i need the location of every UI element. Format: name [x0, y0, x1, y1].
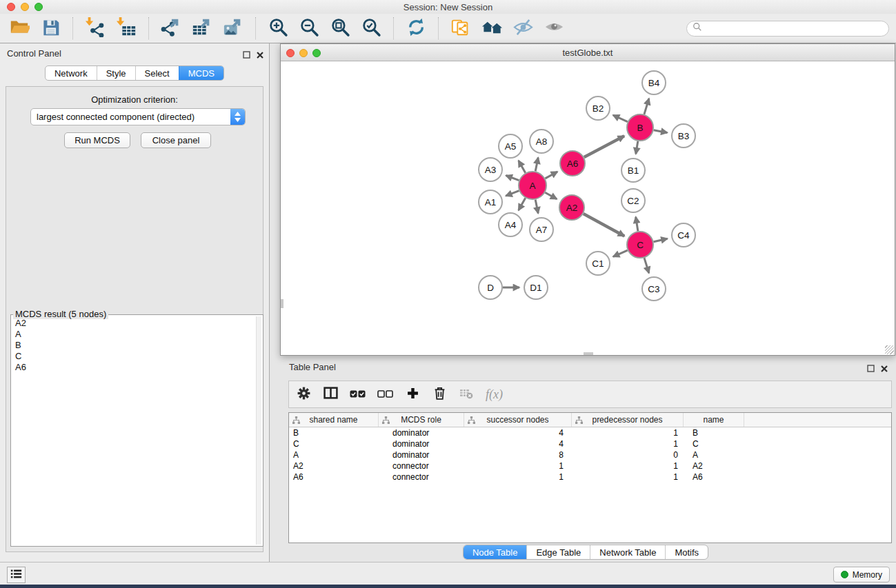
edge-A-A3[interactable]: [506, 176, 519, 181]
zoom-fit-button[interactable]: [328, 16, 352, 41]
tab-motifs[interactable]: Motifs: [665, 545, 708, 559]
cell[interactable]: connector: [379, 460, 464, 472]
mcds-result-list[interactable]: A2ABCA6: [12, 318, 255, 545]
show-column-button[interactable]: [323, 386, 338, 403]
table-row-A[interactable]: Adominator80A: [289, 449, 891, 460]
edge-A-A4[interactable]: [519, 198, 526, 210]
column-header-successor-nodes[interactable]: successor nodes: [464, 413, 572, 427]
edge-B-B1[interactable]: [636, 141, 638, 154]
edge-B-B4[interactable]: [644, 99, 649, 114]
float-panel-icon[interactable]: [243, 49, 250, 61]
zoom-selected-button[interactable]: [359, 16, 384, 41]
edge-C-C3[interactable]: [644, 258, 649, 273]
import-table-button[interactable]: [114, 16, 139, 41]
tab-network[interactable]: Network: [46, 66, 97, 80]
edge-A6-B[interactable]: [584, 136, 624, 157]
task-history-button[interactable]: [7, 567, 26, 583]
deselect-all-button[interactable]: [377, 386, 393, 403]
tab-network-table[interactable]: Network Table: [590, 545, 665, 559]
cell[interactable]: 1: [464, 472, 572, 483]
memory-button[interactable]: Memory: [833, 567, 890, 582]
column-header-predecessor-nodes[interactable]: predecessor nodes: [572, 413, 684, 427]
new-network-from-selection-button[interactable]: [448, 16, 473, 41]
cell[interactable]: B: [684, 427, 744, 438]
close-panel-icon[interactable]: [881, 363, 888, 375]
close-panel-button[interactable]: Close panel: [141, 132, 211, 148]
cell[interactable]: 1: [464, 460, 572, 472]
cell[interactable]: 1: [572, 472, 684, 483]
cell[interactable]: 8: [464, 449, 572, 460]
edge-C-C4[interactable]: [654, 239, 668, 242]
delete-row-button[interactable]: [432, 386, 447, 403]
save-session-button[interactable]: [38, 16, 63, 41]
cell[interactable]: 4: [464, 427, 572, 438]
cell[interactable]: dominator: [379, 427, 464, 438]
import-network-button[interactable]: [83, 16, 108, 41]
apply-layout-button[interactable]: [404, 16, 428, 41]
tab-mcds[interactable]: MCDS: [179, 66, 223, 80]
close-panel-icon[interactable]: [257, 49, 263, 61]
open-session-button[interactable]: [7, 16, 32, 41]
hide-selected-button[interactable]: [510, 16, 535, 41]
edge-B-B2[interactable]: [613, 115, 628, 122]
edge-A-A6[interactable]: [545, 172, 557, 179]
result-item[interactable]: C: [12, 351, 255, 362]
result-item[interactable]: A2: [12, 318, 255, 329]
cell[interactable]: 1: [572, 427, 684, 438]
table-settings-button[interactable]: [296, 386, 311, 403]
cell[interactable]: 1: [572, 438, 684, 449]
delete-table-button[interactable]: [459, 386, 474, 403]
table-row-B[interactable]: Bdominator41B: [289, 427, 891, 438]
resize-grip[interactable]: [885, 345, 894, 354]
cell[interactable]: dominator: [379, 438, 464, 449]
network-canvas[interactable]: AA1A2A3A4A5A6A7A8BB1B2B3B4CC1C2C3C4DD1: [281, 61, 895, 355]
cell[interactable]: dominator: [379, 449, 464, 460]
cell[interactable]: C: [684, 438, 744, 449]
first-neighbors-button[interactable]: [479, 16, 504, 41]
edge-C-C1[interactable]: [613, 250, 628, 256]
search-input[interactable]: [705, 23, 883, 34]
result-scrollbar[interactable]: [256, 316, 261, 545]
result-item[interactable]: A6: [12, 362, 255, 373]
cell[interactable]: 4: [464, 438, 572, 449]
column-header-name[interactable]: name: [684, 413, 744, 427]
add-row-button[interactable]: [405, 386, 420, 403]
column-header-shared-name[interactable]: shared name: [289, 413, 379, 427]
table-row-A6[interactable]: A6connector11A6: [289, 472, 891, 483]
column-header-mcds-role[interactable]: MCDS role: [379, 413, 464, 427]
run-mcds-button[interactable]: Run MCDS: [64, 132, 130, 148]
tab-select[interactable]: Select: [135, 66, 179, 80]
edge-A-A7[interactable]: [535, 200, 538, 214]
cell[interactable]: A6: [289, 472, 379, 483]
cell[interactable]: A6: [684, 472, 744, 483]
edge-A-A5[interactable]: [519, 161, 526, 173]
tab-style[interactable]: Style: [97, 66, 135, 80]
float-panel-icon[interactable]: [867, 363, 875, 375]
cell[interactable]: A2: [684, 460, 744, 472]
export-table-button[interactable]: [190, 16, 215, 41]
cell[interactable]: A: [684, 449, 744, 460]
function-builder-button[interactable]: f(x): [486, 386, 503, 403]
table-row-C[interactable]: Cdominator41C: [289, 438, 891, 449]
edge-A-A2[interactable]: [545, 192, 557, 199]
table-row-A2[interactable]: A2connector11A2: [289, 460, 891, 472]
export-image-button[interactable]: [221, 16, 246, 41]
select-all-button[interactable]: [350, 386, 366, 403]
cell[interactable]: B: [289, 427, 379, 438]
zoom-out-button[interactable]: [297, 16, 321, 41]
export-network-button[interactable]: [159, 16, 183, 41]
tab-node-table[interactable]: Node Table: [464, 545, 527, 559]
tab-edge-table[interactable]: Edge Table: [526, 545, 590, 559]
cell[interactable]: 0: [572, 449, 684, 460]
zoom-in-button[interactable]: [266, 16, 290, 41]
criterion-select[interactable]: largest connected component (directed): [30, 108, 246, 125]
result-item[interactable]: A: [12, 329, 255, 340]
show-graphics-details-button[interactable]: [541, 16, 566, 41]
cell[interactable]: 1: [572, 460, 684, 472]
edge-C-C2[interactable]: [636, 217, 638, 232]
result-item[interactable]: B: [12, 340, 255, 351]
edge-A-A8[interactable]: [535, 158, 538, 172]
cell[interactable]: C: [289, 438, 379, 449]
cell[interactable]: A2: [289, 460, 379, 472]
session-search-field[interactable]: [686, 21, 889, 37]
